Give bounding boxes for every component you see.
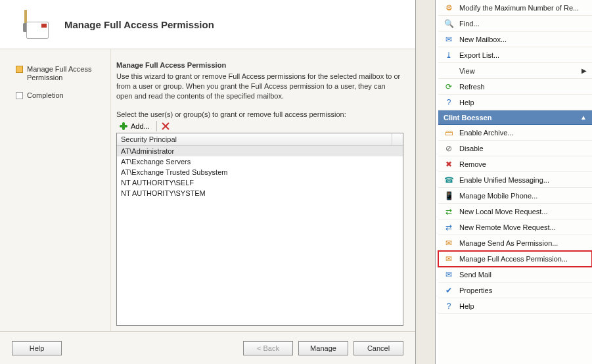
- blank-icon: [444, 66, 454, 76]
- action-label: Disable: [459, 145, 484, 152]
- action-item[interactable]: ⤓Export List...: [438, 47, 592, 63]
- action-label: Manage Full Access Permission...: [459, 255, 568, 263]
- action-label: New Mailbox...: [459, 35, 507, 43]
- dialog-header: Manage Full Access Permission: [0, 0, 415, 49]
- action-label: Help: [459, 99, 474, 106]
- add-button[interactable]: Add...: [116, 121, 152, 131]
- section-title: Clint Boessen: [444, 114, 491, 122]
- action-icon: ⇄: [444, 206, 454, 217]
- action-icon: ?: [444, 301, 454, 311]
- action-icon: ⚙: [444, 3, 454, 13]
- action-item[interactable]: ✉New Mailbox...: [438, 32, 592, 47]
- list-column-header[interactable]: Security Principal: [117, 133, 403, 146]
- action-item[interactable]: 🔍Find...: [438, 16, 592, 32]
- manage-button[interactable]: Manage: [298, 341, 348, 355]
- actions-section-header[interactable]: Clint Boessen ▲: [438, 110, 592, 125]
- content-subheading: Select the user(s) or group(s) to grant …: [116, 110, 403, 118]
- action-icon: ?: [444, 97, 454, 108]
- action-item[interactable]: 🗃Enable Archive...: [438, 125, 592, 141]
- actions-pane: ⚙Modify the Maximum Number of Re...🔍Find…: [415, 0, 592, 364]
- step-manage-full-access: Manage Full Access Permission: [16, 65, 102, 82]
- content-title: Manage Full Access Permission: [116, 61, 403, 69]
- list-item[interactable]: AT\Exchange Servers: [117, 156, 403, 167]
- action-item[interactable]: ☎Enable Unified Messaging...: [438, 172, 592, 188]
- action-label: Send Mail: [459, 271, 491, 279]
- action-icon: 📱: [444, 191, 454, 201]
- dialog-title: Manage Full Access Permission: [64, 19, 214, 30]
- action-item[interactable]: ⚙Modify the Maximum Number of Re...: [438, 0, 592, 16]
- step-label: Manage Full Access Permission: [27, 65, 102, 82]
- action-icon: ✉: [444, 238, 454, 248]
- action-icon: ✖: [444, 159, 454, 170]
- action-item[interactable]: ✉Manage Full Access Permission...: [438, 251, 592, 267]
- submenu-arrow-icon: ▶: [581, 67, 587, 74]
- action-label: Enable Unified Messaging...: [459, 176, 549, 184]
- action-label: Refresh: [459, 83, 485, 91]
- action-icon: ✉: [444, 34, 454, 45]
- action-label: Find...: [459, 20, 480, 28]
- action-icon: ⊘: [444, 143, 454, 154]
- action-item[interactable]: ✔Properties: [438, 283, 592, 298]
- action-label: Properties: [459, 286, 492, 294]
- wizard-steps: Manage Full Access Permission Completion: [0, 49, 110, 331]
- manage-full-access-dialog: Manage Full Access Permission Manage Ful…: [0, 0, 416, 364]
- action-icon: ✔: [444, 285, 454, 296]
- action-label: New Remote Move Request...: [459, 223, 556, 231]
- help-button[interactable]: Help: [12, 341, 62, 355]
- action-item[interactable]: ✖Remove: [438, 156, 592, 172]
- wizard-content: Manage Full Access Permission Use this w…: [110, 49, 415, 331]
- action-icon: ✉: [444, 254, 454, 264]
- list-item[interactable]: NT AUTHORITY\SELF: [117, 177, 403, 188]
- step-bullet-icon: [16, 66, 23, 73]
- plus-icon: [119, 122, 128, 131]
- action-label: Manage Send As Permission...: [459, 239, 558, 247]
- action-icon: ⤓: [444, 50, 454, 60]
- action-item[interactable]: View▶: [438, 63, 592, 79]
- action-label: Help: [459, 302, 474, 310]
- action-item[interactable]: ✉Send Mail: [438, 267, 592, 283]
- action-label: Export List...: [459, 51, 499, 59]
- wizard-icon: [17, 9, 49, 40]
- actions-gutter: [416, 0, 436, 364]
- action-label: Enable Archive...: [459, 129, 514, 137]
- toolbar-separator: [156, 121, 157, 131]
- content-description: Use this wizard to grant or remove Full …: [116, 72, 403, 101]
- action-icon: ⟳: [444, 81, 454, 92]
- action-item[interactable]: ⊘Disable: [438, 141, 592, 156]
- dialog-footer: Help < Back Manage Cancel: [0, 331, 415, 364]
- step-completion: Completion: [16, 91, 102, 100]
- action-item[interactable]: ⟳Refresh: [438, 79, 592, 95]
- collapse-icon: ▲: [580, 114, 587, 121]
- back-button[interactable]: < Back: [243, 341, 293, 355]
- security-principal-list[interactable]: Security Principal AT\Administrator AT\E…: [116, 133, 403, 326]
- list-item[interactable]: NT AUTHORITY\SYSTEM: [117, 188, 403, 198]
- list-item[interactable]: AT\Exchange Trusted Subsystem: [117, 167, 403, 177]
- list-item[interactable]: AT\Administrator: [117, 146, 403, 156]
- action-icon: ☎: [444, 175, 454, 185]
- action-item[interactable]: 📱Manage Mobile Phone...: [438, 188, 592, 204]
- action-item[interactable]: ⇄New Local Move Request...: [438, 204, 592, 219]
- principal-toolbar: Add...: [116, 121, 403, 131]
- action-icon: 🗃: [444, 127, 454, 138]
- action-icon: ⇄: [444, 222, 454, 233]
- action-label: New Local Move Request...: [459, 208, 548, 216]
- step-label: Completion: [27, 91, 64, 100]
- add-button-label: Add...: [131, 122, 150, 130]
- dialog-body: Manage Full Access Permission Completion…: [0, 49, 415, 331]
- action-label: Modify the Maximum Number of Re...: [459, 4, 579, 12]
- action-item[interactable]: ?Help: [438, 95, 592, 110]
- step-bullet-icon: [16, 92, 23, 99]
- action-item[interactable]: ⇄New Remote Move Request...: [438, 219, 592, 235]
- action-icon: ✉: [444, 269, 454, 280]
- actions-list: ⚙Modify the Maximum Number of Re...🔍Find…: [438, 0, 592, 364]
- remove-button[interactable]: [161, 122, 170, 131]
- action-item[interactable]: ?Help: [438, 298, 592, 314]
- action-label: View: [459, 67, 475, 75]
- action-icon: 🔍: [444, 18, 454, 29]
- cancel-button[interactable]: Cancel: [353, 341, 403, 355]
- action-item[interactable]: ✉Manage Send As Permission...: [438, 235, 592, 251]
- action-label: Remove: [459, 160, 486, 168]
- action-label: Manage Mobile Phone...: [459, 192, 537, 200]
- svg-rect-0: [24, 10, 27, 23]
